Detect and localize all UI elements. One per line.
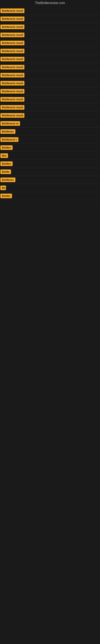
list-item[interactable]: Bottleneck result	[0, 79, 100, 87]
list-item[interactable]: Bottlen	[0, 160, 100, 168]
list-item[interactable]: Bottleneck result	[0, 39, 100, 47]
list-item[interactable]: Bottle	[0, 168, 100, 176]
list-item[interactable]: Bottler	[0, 192, 100, 200]
bottleneck-badge: Bottleneck result	[0, 32, 24, 37]
bottleneck-badge: Bottleneck result	[0, 113, 24, 118]
bottleneck-badge: Bottleneck result	[0, 41, 24, 45]
list-item[interactable]: Bo	[0, 184, 100, 192]
bottleneck-badge: Bottler	[0, 194, 12, 198]
list-item[interactable]: Bottleneck result	[0, 112, 100, 120]
list-item[interactable]: Bottlenec	[0, 176, 100, 184]
bottleneck-badge: Bottlenec	[0, 129, 15, 134]
bottleneck-badge: Bottlen	[0, 145, 13, 150]
bottleneck-badge: Bottleneck r	[0, 137, 18, 142]
list-item[interactable]: Bottleneck r	[0, 136, 100, 144]
bottleneck-badge: Bottleneck re	[0, 121, 20, 126]
list-item[interactable]: Bottleneck result	[0, 63, 100, 71]
list-item[interactable]: Bottleneck result	[0, 87, 100, 96]
list-item[interactable]: Bottleneck re	[0, 120, 100, 128]
bottleneck-list: Bottleneck resultBottleneck resultBottle…	[0, 6, 100, 200]
bottleneck-badge: Bottleneck result	[0, 105, 24, 110]
list-item[interactable]: Bottleneck result	[0, 104, 100, 112]
bottleneck-badge: Bo	[0, 186, 6, 190]
list-item[interactable]: Bottleneck result	[0, 47, 100, 55]
list-item[interactable]: Bottleneck result	[0, 15, 100, 23]
bottleneck-badge: Bottleneck result	[0, 73, 24, 78]
bottleneck-badge: Bottleneck result	[0, 8, 24, 13]
list-item[interactable]: Bottleneck result	[0, 55, 100, 63]
bottleneck-badge: Bottleneck result	[0, 81, 24, 86]
bottleneck-badge: Bottleneck result	[0, 97, 24, 102]
list-item[interactable]: Bottleneck result	[0, 23, 100, 31]
bottleneck-badge: Bot	[0, 153, 8, 158]
site-title: TheBottlenecker.com	[0, 0, 100, 6]
list-item[interactable]: Bottleneck result	[0, 31, 100, 39]
bottleneck-badge: Bottleneck result	[0, 57, 24, 62]
bottleneck-badge: Bottleneck result	[0, 65, 24, 70]
bottleneck-badge: Bottleneck result	[0, 89, 24, 94]
list-item[interactable]: Bottleneck result	[0, 7, 100, 15]
list-item[interactable]: Bottleneck result	[0, 96, 100, 104]
list-item[interactable]: Bottleneck result	[0, 71, 100, 79]
site-title-text: TheBottlenecker.com	[35, 1, 65, 5]
bottleneck-badge: Bottleneck result	[0, 16, 24, 21]
list-item[interactable]: Bot	[0, 152, 100, 160]
list-item[interactable]: Bottlenec	[0, 128, 100, 136]
bottleneck-badge: Bottleneck result	[0, 49, 24, 53]
list-item[interactable]: Bottlen	[0, 144, 100, 152]
bottleneck-badge: Bottlen	[0, 162, 13, 166]
bottleneck-badge: Bottlenec	[0, 178, 15, 182]
bottleneck-badge: Bottle	[0, 170, 11, 174]
bottleneck-badge: Bottleneck result	[0, 24, 24, 29]
